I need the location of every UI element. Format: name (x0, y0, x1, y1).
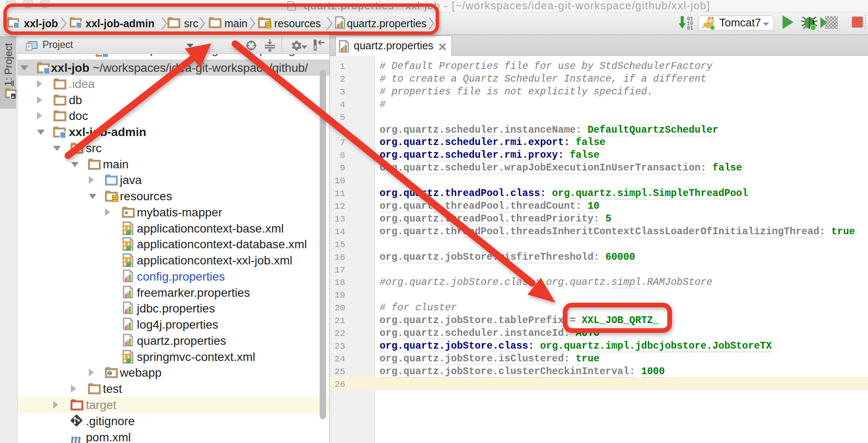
svg-text:01: 01 (687, 26, 693, 30)
